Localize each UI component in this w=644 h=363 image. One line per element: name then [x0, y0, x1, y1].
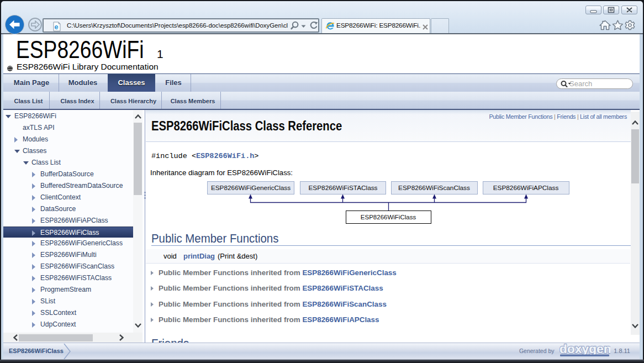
svg-text:ESP8266WiFiScanClass: ESP8266WiFiScanClass	[398, 184, 470, 192]
svg-text:doxygen: doxygen	[559, 343, 610, 356]
svg-text:ESP8266WiFiGenericClass: ESP8266WiFiGenericClass	[211, 184, 291, 192]
svg-text:ESP8266WiFiAPClass: ESP8266WiFiAPClass	[493, 184, 559, 192]
svg-text:ESP8266WiFiClass: ESP8266WiFiClass	[361, 214, 416, 220]
svg-text:ESP8266WiFiSTAClass: ESP8266WiFiSTAClass	[309, 184, 378, 192]
svg-text:e: e	[55, 23, 59, 31]
